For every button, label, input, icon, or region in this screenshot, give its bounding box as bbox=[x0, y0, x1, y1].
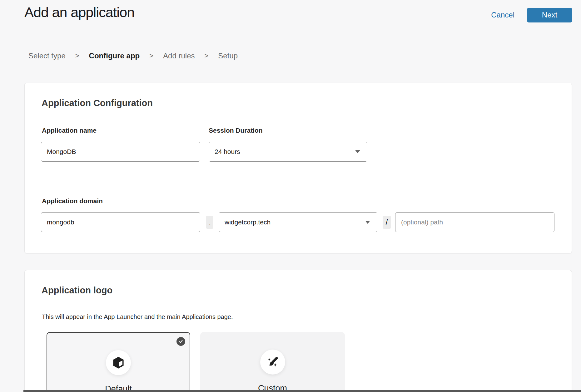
subdomain-input[interactable] bbox=[41, 212, 200, 232]
cube-icon bbox=[106, 350, 131, 375]
application-domain-row: . widgetcorp.tech / bbox=[41, 212, 554, 232]
config-heading: Application Configuration bbox=[42, 98, 153, 108]
application-logo-card: Application logo This will appear in the… bbox=[24, 270, 572, 392]
horizontal-scrollbar[interactable] bbox=[23, 390, 581, 392]
check-icon bbox=[176, 337, 185, 346]
chevron-down-icon bbox=[365, 221, 370, 224]
logo-option-custom[interactable]: Custom bbox=[200, 332, 345, 392]
application-name-label: Application name bbox=[42, 127, 97, 134]
header-actions: Cancel Next bbox=[491, 0, 572, 30]
application-configuration-card: Application Configuration Application na… bbox=[24, 83, 572, 253]
logo-options: Default Custom bbox=[47, 332, 345, 392]
dot-separator: . bbox=[206, 216, 213, 229]
logo-description: This will appear in the App Launcher and… bbox=[42, 313, 233, 321]
session-duration-value: 24 hours bbox=[215, 148, 240, 155]
application-name-input[interactable] bbox=[41, 142, 200, 162]
cancel-button[interactable]: Cancel bbox=[491, 11, 514, 19]
session-duration-label: Session Duration bbox=[209, 127, 263, 134]
breadcrumb-separator-icon: > bbox=[149, 52, 153, 60]
step-select-type[interactable]: Select type bbox=[28, 51, 66, 60]
slash-separator: / bbox=[383, 216, 391, 229]
page-title: Add an application bbox=[24, 4, 134, 21]
application-domain-label: Application domain bbox=[42, 197, 103, 205]
domain-select-value: widgetcorp.tech bbox=[225, 218, 271, 226]
step-setup[interactable]: Setup bbox=[218, 51, 238, 60]
chevron-down-icon bbox=[355, 150, 360, 153]
path-input[interactable] bbox=[395, 212, 554, 232]
next-button[interactable]: Next bbox=[527, 8, 572, 22]
domain-select[interactable]: widgetcorp.tech bbox=[219, 212, 377, 232]
session-duration-select[interactable]: 24 hours bbox=[209, 142, 367, 162]
step-configure-app[interactable]: Configure app bbox=[89, 51, 140, 60]
step-add-rules[interactable]: Add rules bbox=[163, 51, 195, 60]
breadcrumb-separator-icon: > bbox=[205, 52, 209, 60]
breadcrumb-separator-icon: > bbox=[75, 52, 79, 60]
breadcrumb: Select type > Configure app > Add rules … bbox=[28, 51, 238, 60]
paintbrush-icon bbox=[260, 350, 285, 375]
logo-option-default[interactable]: Default bbox=[47, 332, 190, 392]
logo-heading: Application logo bbox=[42, 285, 112, 296]
